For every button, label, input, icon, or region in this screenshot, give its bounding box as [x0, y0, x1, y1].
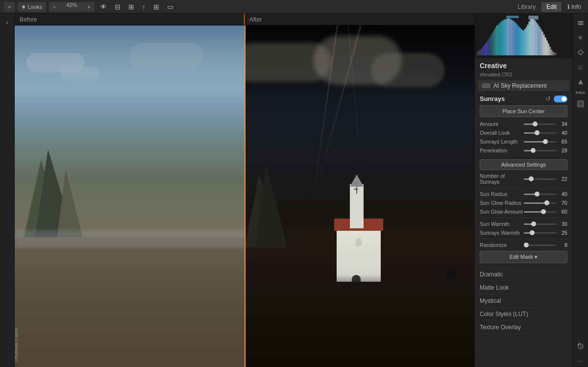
color-styles-item[interactable]: Color Styles (LUT): [480, 308, 567, 321]
svg-rect-55: [529, 16, 539, 20]
edit-mask-button[interactable]: Edit Mask ▾: [480, 251, 567, 263]
svg-rect-23: [511, 20, 512, 55]
face-icon[interactable]: ☺: [574, 61, 587, 73]
split-divider[interactable]: [245, 25, 245, 367]
sun-glow-amount-slider-row: Sun Glow Amount 60: [480, 209, 567, 215]
right-panel: Creative elevated.CR2 AI Sky Replacement…: [474, 14, 572, 367]
frame-icon[interactable]: [574, 98, 587, 110]
crop-button[interactable]: ⊞: [126, 2, 137, 12]
sunrays-length-slider-row: Sunrays Length 65: [480, 139, 567, 145]
number-sunrays-slider[interactable]: [524, 178, 557, 180]
sunrays-warmth-slider[interactable]: [524, 232, 557, 234]
svg-rect-53: [555, 53, 557, 55]
penetration-label: Penetration: [480, 147, 524, 153]
more-icon[interactable]: ···: [574, 354, 587, 367]
file-name: elevated.CR2: [475, 72, 572, 80]
sidebar-add-icon[interactable]: +: [1, 17, 13, 28]
svg-rect-17: [502, 21, 503, 55]
creative-title: Creative: [475, 58, 572, 72]
svg-rect-48: [548, 44, 549, 55]
svg-rect-31: [522, 30, 524, 55]
svg-rect-27: [516, 24, 518, 55]
cross-horizontal: [354, 189, 358, 190]
svg-rect-47: [546, 41, 548, 55]
sunrays-title: Sunrays: [480, 95, 505, 102]
zoom-plus-button[interactable]: +: [83, 2, 94, 12]
sun-radius-value: 40: [557, 191, 567, 197]
sunrays-toggle[interactable]: [554, 96, 567, 102]
sun-radius-slider-row: Sun Radius 40: [480, 191, 567, 197]
top-bar: + ◈ Looks − 42% + 👁 ⊟ ⊞ ↑ ⊞ ▭ Library Ed…: [0, 0, 588, 14]
drama-cloud-3: [371, 53, 444, 87]
panel-button[interactable]: ▭: [165, 2, 176, 12]
ai-sky-bar[interactable]: AI Sky Replacement: [478, 80, 569, 91]
number-sunrays-value: 22: [557, 176, 567, 182]
eye-button[interactable]: 👁: [98, 2, 109, 12]
svg-rect-29: [519, 28, 521, 55]
sunrays-warmth-slider-row: Sunrays Warmth 25: [480, 230, 567, 236]
svg-rect-30: [521, 29, 522, 55]
grid-button[interactable]: ⊞: [151, 2, 162, 12]
cloud-2: [61, 67, 100, 79]
info-button[interactable]: ℹ Info: [564, 2, 584, 11]
svg-rect-40: [536, 23, 538, 55]
svg-rect-21: [508, 18, 509, 55]
sun-glow-radius-value: 70: [557, 200, 567, 206]
sun-icon[interactable]: ☀: [574, 31, 587, 44]
sun-radius-slider[interactable]: [524, 194, 557, 195]
dramatic-item[interactable]: Dramatic: [480, 268, 567, 281]
svg-rect-42: [539, 26, 540, 55]
sunrays-reset-button[interactable]: ↺: [545, 95, 551, 102]
sun-glow-radius-slider[interactable]: [524, 202, 557, 204]
svg-rect-33: [526, 27, 527, 55]
svg-rect-34: [527, 24, 529, 55]
svg-point-59: [579, 50, 583, 54]
svg-rect-36: [530, 20, 532, 55]
looks-button[interactable]: ◈ Looks: [18, 2, 46, 12]
overall-look-value: 40: [557, 130, 567, 136]
add-button[interactable]: +: [4, 2, 15, 12]
svg-rect-45: [543, 34, 545, 55]
overall-look-label: Overall Look: [480, 130, 524, 136]
history-icon[interactable]: [574, 340, 587, 352]
advanced-settings-button[interactable]: Advanced Settings: [480, 159, 567, 170]
compare-button[interactable]: ⊟: [112, 2, 123, 12]
penetration-slider[interactable]: [524, 150, 557, 151]
image-container[interactable]: ©Raffaele Ciabra: [15, 25, 474, 367]
randomize-slider-row: Randomize 8: [480, 242, 567, 248]
place-sun-button[interactable]: Place Sun Center: [480, 105, 567, 117]
svg-rect-60: [578, 101, 584, 107]
sun-warmth-value: 30: [557, 221, 567, 227]
svg-rect-35: [529, 22, 530, 55]
amount-slider[interactable]: [524, 123, 557, 125]
layers-icon[interactable]: [574, 17, 587, 29]
sun-glow-radius-label: Sun Glow Radius: [480, 200, 524, 206]
sunrays-length-slider[interactable]: [524, 141, 557, 143]
svg-rect-11: [493, 30, 494, 55]
ai-sky-label: AI Sky Replacement: [493, 82, 565, 89]
share-button[interactable]: ↑: [140, 2, 148, 12]
sun-glow-amount-slider[interactable]: [524, 211, 557, 213]
edit-tab[interactable]: Edit: [541, 2, 562, 12]
histogram-chart: [477, 16, 570, 55]
rock-transition: [245, 275, 474, 292]
mystical-item[interactable]: Mystical: [480, 294, 567, 308]
svg-rect-12: [494, 28, 496, 55]
randomize-slider[interactable]: [524, 245, 557, 246]
library-tab[interactable]: Library: [513, 2, 541, 12]
svg-rect-57: [578, 23, 584, 24]
erase-icon[interactable]: [574, 75, 587, 88]
effects-icon[interactable]: [574, 46, 587, 59]
right-icon-sidebar: ☀ ☺ PRO ···: [572, 14, 588, 367]
svg-rect-10: [491, 33, 493, 55]
matte-look-item[interactable]: Matte Look: [480, 281, 567, 294]
overall-look-slider[interactable]: [524, 132, 557, 134]
zoom-minus-button[interactable]: −: [49, 2, 60, 12]
svg-rect-20: [506, 19, 508, 55]
texture-overlay-item[interactable]: Texture Overlay: [480, 321, 567, 334]
svg-rect-38: [533, 20, 535, 55]
ground-after: [245, 282, 474, 367]
svg-rect-24: [512, 21, 514, 55]
sun-warmth-slider[interactable]: [524, 223, 557, 225]
randomize-label: Randomize: [480, 242, 524, 248]
